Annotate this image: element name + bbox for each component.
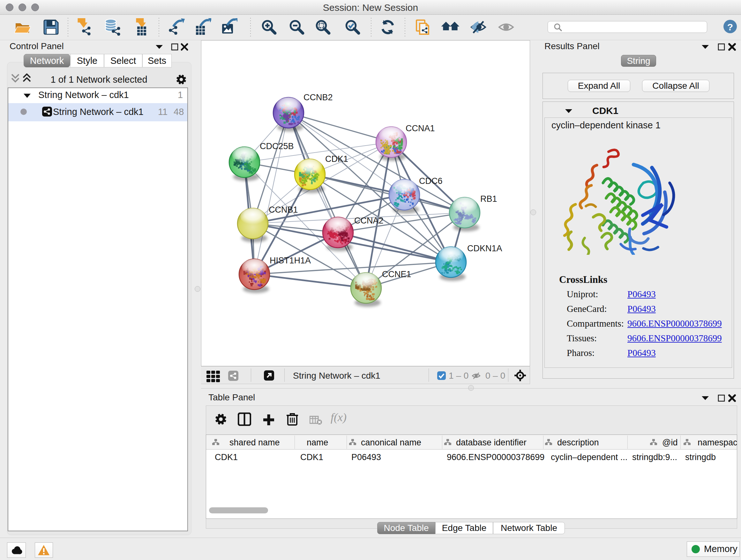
svg-text:CCNB2: CCNB2	[304, 92, 333, 102]
svg-text:CCNA2: CCNA2	[354, 216, 384, 226]
svg-text:CDK1: CDK1	[325, 154, 348, 164]
svg-text:HIST1H1A: HIST1H1A	[270, 256, 311, 265]
svg-text:CCNB1: CCNB1	[269, 205, 298, 214]
svg-text:?: ?	[727, 22, 733, 32]
svg-text:CCNE1: CCNE1	[382, 269, 411, 279]
svg-text:RB1: RB1	[480, 194, 497, 204]
svg-text:CDKN1A: CDKN1A	[467, 244, 502, 253]
svg-text:CCNA1: CCNA1	[406, 124, 435, 133]
svg-text:CDC6: CDC6	[419, 176, 443, 186]
svg-text:CDC25B: CDC25B	[260, 141, 294, 151]
